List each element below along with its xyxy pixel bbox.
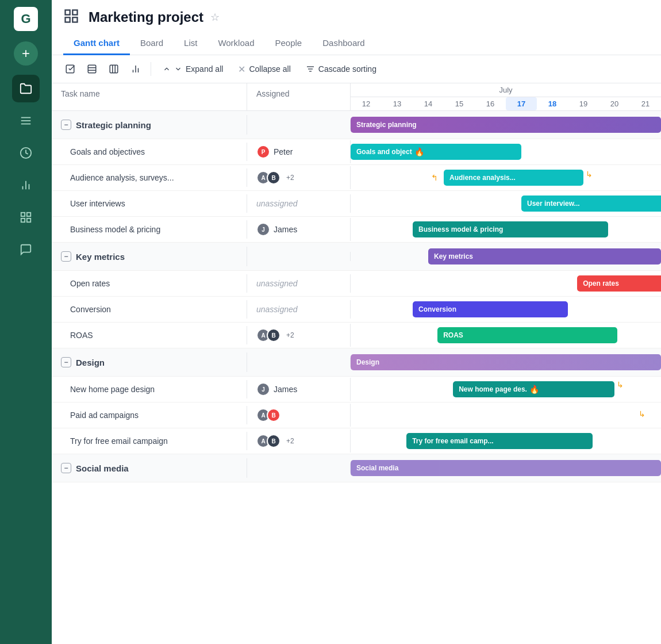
bar-cell-homepage: New home page des.🔥 ↳ [351, 377, 661, 402]
dep-arrow-paid-ad: ↳ [639, 409, 645, 419]
task-name-strategic-planning: − Strategic planning [52, 115, 247, 135]
bar-cell-conversion: Conversion [351, 297, 661, 322]
avatar-2-audience: B [267, 171, 280, 185]
date-12: 12 [351, 97, 382, 110]
assigned-design [247, 358, 351, 367]
avatar-2-paid-ad: B [267, 408, 280, 422]
task-name-open-rates: Open rates [52, 274, 247, 293]
bar-goals: Goals and object🔥 [351, 144, 521, 160]
table-row: Goals and objectives P Peter Goals and o… [52, 139, 661, 165]
bar-cell-audience: ↰ Audience analysis... ↳ [351, 165, 661, 190]
task-name-paid-ad: Paid ad campaigns [52, 406, 247, 424]
table-row: User interviews unassigned User intervie… [52, 191, 661, 217]
table-row: − Strategic planning Strategic planning [52, 111, 661, 139]
bar-cell-design: Design [351, 348, 661, 376]
bar-cell-key-metrics: Key metrics [351, 243, 661, 270]
tab-workload[interactable]: Workload [207, 33, 264, 55]
sidebar-icon-clock[interactable] [12, 139, 40, 167]
svg-rect-9 [27, 218, 30, 222]
date-20: 20 [599, 97, 630, 110]
svg-rect-7 [21, 213, 25, 216]
date-17: 17 [506, 97, 537, 110]
date-14: 14 [413, 97, 444, 110]
sidebar-icon-chat[interactable] [12, 236, 40, 263]
bar-open-rates: Open rates [577, 275, 661, 292]
favorite-star-icon[interactable]: ☆ [210, 11, 220, 24]
cascade-sorting-button[interactable]: Cascade sorting [300, 62, 382, 76]
assigned-roas: A B +2 [247, 324, 351, 347]
svg-rect-14 [66, 17, 70, 22]
task-name-conversion: Conversion [52, 300, 247, 319]
bar-cell-open-rates: Open rates [351, 271, 661, 296]
svg-rect-15 [66, 65, 74, 73]
avatar-peter: P [256, 145, 270, 159]
tab-people[interactable]: People [264, 33, 312, 55]
sidebar-icon-folder[interactable] [12, 75, 40, 102]
svg-rect-12 [72, 10, 77, 15]
tab-gantt-chart[interactable]: Gantt chart [63, 33, 130, 55]
sidebar-icon-menu[interactable] [12, 107, 40, 135]
assigned-social-media [247, 463, 351, 473]
bar-design: Design [351, 354, 661, 370]
assigned-strategic-planning [247, 120, 351, 129]
svg-rect-10 [21, 218, 25, 222]
tab-dashboard[interactable]: Dashboard [312, 33, 375, 55]
assigned-goals: P Peter [247, 140, 351, 163]
table-row: Open rates unassigned Open rates [52, 271, 661, 297]
dep-arrow-audience-left: ↰ [431, 173, 438, 182]
bar-cell-email-campaign: Try for free email camp... [351, 428, 661, 454]
table-row: Audience analysis, surveys... A B +2 ↰ A… [52, 165, 661, 191]
collapse-btn-design[interactable]: − [61, 357, 71, 367]
bar-cell-roas: ROAS [351, 323, 661, 348]
table-row: Paid ad campaigns A B ↳ [52, 402, 661, 428]
date-19: 19 [568, 97, 599, 110]
task-name-user-interviews: User interviews [52, 194, 247, 213]
table-row: Conversion unassigned Conversion [52, 297, 661, 323]
assigned-paid-ad: A B [247, 404, 351, 427]
add-button[interactable]: + [14, 41, 38, 66]
avatar-group-paid-ad: A B [256, 408, 280, 422]
chart-view-icon-btn[interactable] [126, 60, 145, 78]
assigned-conversion: unassigned [247, 300, 351, 319]
svg-rect-8 [27, 213, 30, 216]
svg-rect-19 [110, 65, 118, 73]
table-row: Try for free email campaign A B +2 Try f… [52, 428, 661, 454]
collapse-all-button[interactable]: ✕ Collapse all [232, 61, 296, 78]
table-row: New home page design J James New home pa… [52, 377, 661, 402]
assigned-header: Assigned [247, 83, 351, 110]
avatar-group-audience: A B [256, 171, 280, 185]
bar-roas: ROAS [437, 327, 617, 343]
sidebar-icon-grid[interactable] [12, 204, 40, 231]
toolbar: Expand all ✕ Collapse all Cascade sortin… [52, 55, 661, 83]
bar-cell-business-model: Business model & pricing [351, 217, 661, 242]
bar-cell-goals: Goals and object🔥 [351, 139, 661, 164]
checkbox-icon-btn[interactable] [61, 60, 79, 78]
assigned-open-rates: unassigned [247, 274, 351, 293]
tab-board[interactable]: Board [130, 33, 174, 55]
gantt-container: Task name Assigned July 12 13 14 15 16 1… [52, 83, 661, 644]
svg-rect-16 [88, 65, 96, 73]
date-21: 21 [630, 97, 661, 110]
task-name-design: − Design [52, 352, 247, 372]
bar-audience: Audience analysis... [444, 170, 583, 186]
expand-all-button[interactable]: Expand all [157, 62, 229, 76]
expand-rows-icon-btn[interactable] [83, 60, 101, 78]
toolbar-divider-1 [151, 62, 151, 76]
date-cells: 12 13 14 15 16 17 18 19 20 21 [351, 97, 661, 110]
collapse-btn-social-media[interactable]: − [61, 463, 71, 473]
assigned-email-campaign: A B +2 [247, 430, 351, 453]
date-15: 15 [444, 97, 475, 110]
sidebar-icon-chart[interactable] [12, 171, 40, 199]
avatar-james-homepage: J [256, 382, 270, 396]
task-name-roas: ROAS [52, 326, 247, 344]
collapse-btn-key-metrics[interactable]: − [61, 251, 71, 262]
columns-icon-btn[interactable] [105, 60, 123, 78]
tab-list[interactable]: List [174, 33, 207, 55]
fire-icon-goals: 🔥 [414, 147, 424, 156]
bar-cell-paid-ad: ↳ [351, 402, 661, 428]
fire-icon-homepage: 🔥 [529, 385, 539, 394]
collapse-btn-strategic[interactable]: − [61, 120, 71, 130]
assigned-key-metrics [247, 252, 351, 261]
assignee-name-james-homepage: James [274, 385, 297, 394]
count-badge-audience: +2 [286, 174, 294, 182]
